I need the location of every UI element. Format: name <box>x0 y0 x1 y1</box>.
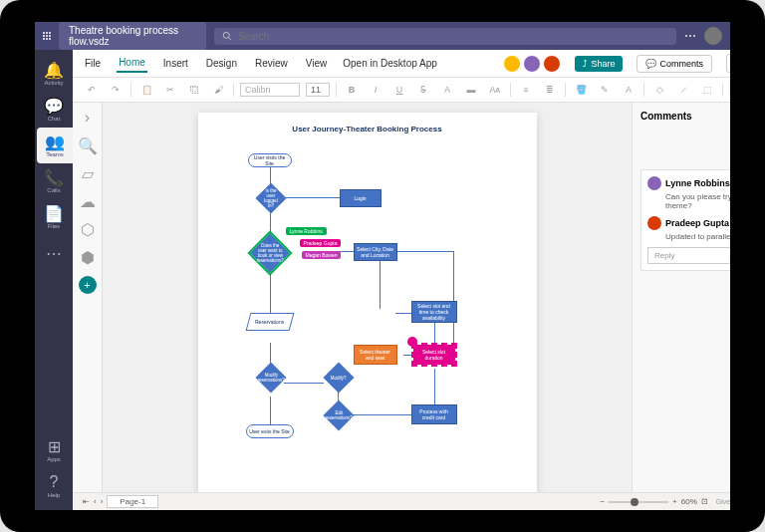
shape-edit-decision[interactable]: Edit reservations? <box>323 399 354 430</box>
comment-author-name: Pradeep Gupta <box>665 218 729 228</box>
rail-teams[interactable]: 👥Teams <box>37 128 73 163</box>
first-page-icon[interactable]: ⇤ <box>83 497 90 506</box>
comment-icon: 💬 <box>645 59 656 69</box>
open-desktop-link[interactable]: Open in Desktop App <box>343 58 437 69</box>
zoom-out-icon[interactable]: − <box>600 497 605 506</box>
fill-icon[interactable]: 🪣 <box>572 81 590 99</box>
shape-login[interactable]: Login <box>340 189 382 207</box>
user-avatar[interactable] <box>704 27 722 45</box>
comment-avatar <box>647 216 661 230</box>
comment-author-name: Lynne Robbins <box>665 178 730 188</box>
pointer-icon[interactable]: ↖ <box>729 81 730 99</box>
comment-text: Updated to parallel theme. <box>665 232 730 241</box>
align-icon[interactable]: ≡ <box>517 81 535 99</box>
teams-app-rail: 🔔Activity 💬Chat 👥Teams 📞Calls 📄Files ⋯ ⊞… <box>35 50 73 510</box>
redo-icon[interactable]: ↷ <box>107 81 125 99</box>
more-icon[interactable]: ⋯ <box>684 29 696 43</box>
shape-logged-in[interactable]: Is the user logged in? <box>255 182 286 213</box>
line-color-icon[interactable]: ✎ <box>596 81 614 99</box>
rail-files[interactable]: 📄Files <box>35 199 73 235</box>
tab-home[interactable]: Home <box>117 54 147 73</box>
zoom-in-icon[interactable]: + <box>672 497 677 506</box>
waffle-icon[interactable] <box>43 32 51 40</box>
reply-input[interactable]: Reply <box>647 247 730 264</box>
format-painter-icon[interactable]: 🖌 <box>209 81 227 99</box>
tab-file[interactable]: File <box>83 55 103 72</box>
add-shape-button[interactable]: + <box>79 276 97 294</box>
shape-end[interactable]: User exits the Site <box>246 424 294 438</box>
formatting-toolbar: ↶ ↷ 📋 ✂ ⿻ 🖌 Calibri 11 B I U S̶ A ▬ Aᴀ ≡… <box>73 78 730 103</box>
search-shapes-icon[interactable]: 🔍 <box>79 136 97 154</box>
ribbon-tabs: File Home Insert Design Review View Open… <box>73 50 730 78</box>
feedback-link[interactable]: Give Feedback to Microsoft <box>716 498 730 505</box>
stencil-icon[interactable]: ☁ <box>79 192 97 210</box>
presence-avatars[interactable] <box>503 55 561 73</box>
shapes-icon[interactable]: ▱ <box>79 164 97 182</box>
font-size-selector[interactable]: 11 <box>306 83 330 97</box>
connector-icon[interactable]: ⟋ <box>674 81 692 99</box>
undo-icon[interactable]: ↶ <box>83 81 101 99</box>
comment-text: Can you please try the standard theme? <box>665 192 730 210</box>
text-icon[interactable]: A <box>620 81 638 99</box>
font-selector[interactable]: Calibri <box>240 83 300 97</box>
comment-avatar <box>647 176 661 190</box>
shape-select-theater[interactable]: Select theater and seat <box>354 345 397 365</box>
teams-title-bar: Theatre booking process flow.vsdz ⋯ <box>35 22 730 50</box>
user-tag-pradeep: Pradeep Gupta <box>300 239 342 247</box>
next-page-icon[interactable]: › <box>101 497 104 506</box>
comments-button[interactable]: 💬Comments <box>637 55 712 73</box>
align2-icon[interactable]: ≣ <box>541 81 559 99</box>
paste-icon[interactable]: 📋 <box>137 81 155 99</box>
user-tag-lynne: Lynne Robbins <box>286 227 327 235</box>
font-color-icon[interactable]: A <box>438 81 456 99</box>
diagram-title: User Journey-Theater Booking Process <box>210 125 525 133</box>
comment-thread: Lynne Robbins ⋯ Can you please try the s… <box>640 169 730 271</box>
prev-page-icon[interactable]: ‹ <box>94 497 97 506</box>
comments-title: Comments <box>640 111 692 122</box>
rail-calls[interactable]: 📞Calls <box>35 163 73 199</box>
shape-select-city[interactable]: Select City, Date and Location <box>354 243 397 261</box>
svg-line-1 <box>229 38 231 40</box>
rail-activity[interactable]: 🔔Activity <box>35 56 73 92</box>
cut-icon[interactable]: ✂ <box>161 81 179 99</box>
italic-icon[interactable]: I <box>367 81 384 99</box>
underline-icon[interactable]: U <box>390 81 408 99</box>
strike-icon[interactable]: S̶ <box>414 81 432 99</box>
search-input[interactable] <box>238 31 668 42</box>
document-title: Theatre booking process flow.vsdz <box>59 22 206 50</box>
search-box[interactable] <box>214 28 676 45</box>
diagram-page[interactable]: User Journey-Theater Booking Process Use… <box>198 113 537 492</box>
user-tag-megan: Megan Bowen <box>302 251 342 259</box>
tab-view[interactable]: View <box>304 55 330 72</box>
rail-chat[interactable]: 💬Chat <box>35 92 73 128</box>
rail-more[interactable]: ⋯ <box>35 235 73 271</box>
zoom-slider[interactable] <box>609 501 668 503</box>
share-button[interactable]: ⤴Share <box>575 56 623 72</box>
text-size-icon[interactable]: Aᴀ <box>486 81 504 99</box>
arrange-icon[interactable]: ⬚ <box>698 81 716 99</box>
fit-page-icon[interactable]: ⊡ <box>701 497 708 506</box>
highlight-icon[interactable]: ▬ <box>462 81 480 99</box>
shape-process[interactable]: Process with credit card <box>411 404 457 424</box>
shape-icon[interactable]: ◇ <box>650 81 668 99</box>
shape-modify-res[interactable]: Modify reservations? <box>255 362 286 393</box>
tab-insert[interactable]: Insert <box>161 55 190 72</box>
shape-select-duration[interactable]: Select slot duration <box>413 345 455 365</box>
more-button[interactable]: ⋯ <box>726 54 730 73</box>
shape-reservations[interactable]: Reservations <box>245 313 294 331</box>
tab-review[interactable]: Review <box>253 55 290 72</box>
shape-select-slot[interactable]: Select slot and time to check availabili… <box>411 301 457 323</box>
bold-icon[interactable]: B <box>343 81 361 99</box>
rail-help[interactable]: ?Help <box>35 468 73 504</box>
favorites-icon[interactable]: ⬡ <box>79 220 97 238</box>
expand-icon[interactable]: › <box>79 109 97 127</box>
page-label[interactable]: Page-1 <box>107 495 158 508</box>
quick-icon[interactable]: ⬢ <box>79 248 97 266</box>
copy-icon[interactable]: ⿻ <box>185 81 203 99</box>
rail-apps[interactable]: ⊞Apps <box>35 432 73 468</box>
shape-want-modify[interactable]: Does the user want to book or view reser… <box>250 233 290 273</box>
tab-design[interactable]: Design <box>204 55 239 72</box>
search-icon <box>222 31 232 41</box>
shape-modify-decision[interactable]: Modify? <box>323 362 354 393</box>
shape-start[interactable]: User visits the Site <box>248 153 292 167</box>
